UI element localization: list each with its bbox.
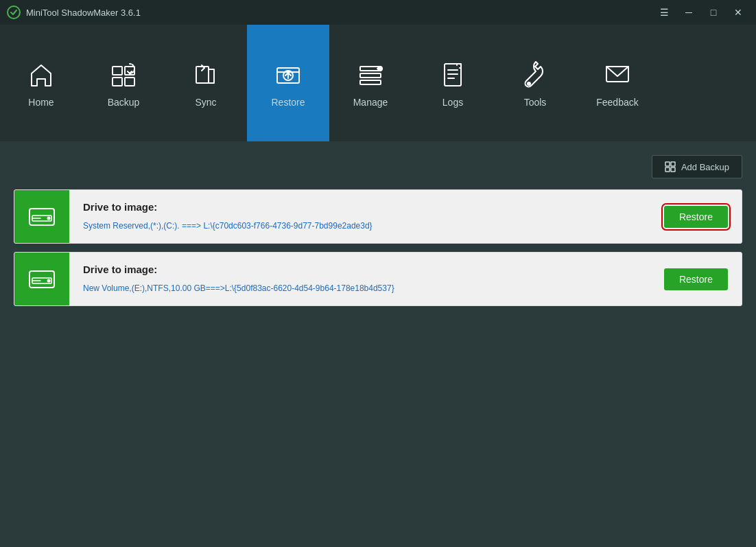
nav-item-restore[interactable]: Restore [247, 25, 329, 141]
drive-icon-2 [27, 264, 57, 294]
backup-card-info-2: New Volume,(E:),NTFS,10.00 GB===>L:\{5d0… [83, 282, 637, 294]
backup-card-1: Drive to image: System Reserved,(*:),(C:… [14, 189, 742, 244]
backup-card-title-2: Drive to image: [83, 264, 637, 275]
add-backup-label: Add Backup [681, 162, 729, 172]
nav-item-manage[interactable]: Manage [329, 25, 412, 141]
nav-bar: Home Backup Sync [0, 25, 756, 141]
svg-rect-9 [360, 73, 381, 78]
nav-label-backup: Backup [108, 97, 140, 108]
svg-rect-3 [113, 78, 122, 86]
nav-item-backup[interactable]: Backup [82, 25, 165, 141]
title-bar: MiniTool ShadowMaker 3.6.1 ☰ ─ □ ✕ [0, 0, 756, 25]
logs-icon [436, 58, 469, 91]
drive-icon-1 [27, 202, 57, 232]
home-icon [25, 58, 58, 91]
backup-icon [107, 58, 140, 91]
toolbar: Add Backup [14, 155, 742, 178]
manage-icon [354, 58, 387, 91]
svg-rect-21 [665, 167, 670, 172]
backup-card-2: Drive to image: New Volume,(E:),NTFS,10.… [14, 252, 742, 306]
svg-rect-10 [360, 80, 381, 84]
backup-card-info-1: System Reserved,(*:),(C:). ===> L:\{c70d… [83, 220, 637, 232]
nav-label-sync: Sync [195, 97, 216, 108]
svg-rect-4 [125, 78, 134, 86]
restore-icon [272, 58, 305, 91]
nav-label-home: Home [28, 97, 54, 108]
svg-rect-19 [665, 162, 670, 166]
svg-rect-20 [671, 162, 675, 166]
nav-label-tools: Tools [524, 97, 547, 108]
backup-card-icon-1 [14, 190, 69, 243]
nav-label-restore: Restore [271, 97, 305, 108]
svg-rect-27 [29, 271, 54, 288]
close-button[interactable]: ✕ [727, 4, 749, 21]
main-content: Add Backup Drive to image: System Reserv… [0, 141, 756, 547]
svg-point-29 [47, 279, 51, 282]
nav-label-manage: Manage [353, 97, 388, 108]
backup-card-actions-1: Restore [650, 190, 742, 243]
backup-card-body-1: Drive to image: System Reserved,(*:),(C:… [69, 190, 650, 243]
add-backup-button[interactable]: Add Backup [652, 155, 742, 178]
app-title: MiniTool ShadowMaker 3.6.1 [26, 8, 141, 18]
nav-item-logs[interactable]: Logs [412, 25, 494, 141]
backup-card-actions-2: Restore [650, 253, 742, 305]
feedback-icon [601, 58, 634, 91]
add-backup-icon [665, 161, 676, 172]
window-controls: ☰ ─ □ ✕ [653, 4, 749, 21]
nav-label-feedback: Feedback [596, 97, 638, 108]
svg-point-0 [8, 6, 20, 19]
svg-rect-1 [113, 67, 122, 75]
nav-item-home[interactable]: Home [0, 25, 82, 141]
svg-rect-22 [671, 167, 675, 172]
menu-button[interactable]: ☰ [653, 4, 675, 21]
maximize-button[interactable]: □ [702, 4, 724, 21]
svg-point-17 [528, 82, 530, 85]
backup-cards-container: Drive to image: System Reserved,(*:),(C:… [14, 189, 742, 314]
backup-card-body-2: Drive to image: New Volume,(E:),NTFS,10.… [69, 253, 650, 305]
app-logo-icon [7, 5, 21, 19]
title-left: MiniTool ShadowMaker 3.6.1 [7, 5, 141, 19]
minimize-button[interactable]: ─ [678, 4, 700, 21]
svg-point-25 [47, 216, 51, 220]
nav-item-feedback[interactable]: Feedback [576, 25, 659, 141]
backup-card-icon-2 [14, 253, 69, 305]
nav-item-sync[interactable]: Sync [165, 25, 247, 141]
sync-icon [189, 58, 222, 91]
restore-button-1[interactable]: Restore [664, 206, 728, 228]
restore-button-2[interactable]: Restore [664, 268, 728, 290]
tools-icon [519, 58, 552, 91]
backup-card-title-1: Drive to image: [83, 201, 637, 213]
nav-label-logs: Logs [442, 97, 463, 108]
nav-item-tools[interactable]: Tools [494, 25, 576, 141]
svg-rect-23 [29, 209, 54, 225]
